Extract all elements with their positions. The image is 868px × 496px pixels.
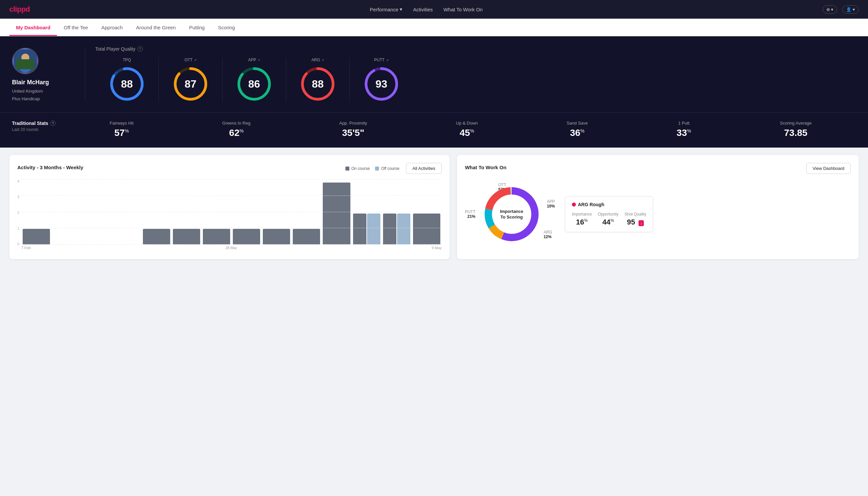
ott-value: 87 [185,78,196,90]
legend-off-course: Off course [375,166,399,171]
logo: clippd [9,5,30,14]
activity-chart-card: Activity - 3 Months - Weekly On course O… [9,155,449,259]
nav-performance[interactable]: Performance ▾ [370,6,403,12]
svg-text:To Scoring: To Scoring [500,215,523,219]
app-value: 86 [248,78,260,90]
nav-activities[interactable]: Activities [413,7,433,12]
stats-help-icon[interactable]: ? [50,121,56,126]
cards-row: Activity - 3 Months - Weekly On course O… [0,148,868,266]
donut-chart-area: OTT 57% APP 10% ARG 12% PUTT 21% [465,179,558,249]
tpq-value: 88 [121,78,133,90]
app-outer-label: APP 10% [547,199,555,208]
stat-scoring-average: Scoring Average 73.85 [780,121,812,138]
stats-items: Fairways Hit 57% Greens In Reg 62% App. … [65,121,856,138]
down-badge: ↓ [638,220,644,226]
arg-value: 88 [312,78,324,90]
quality-title: Total Player Quality ? [95,46,856,52]
info-dot [572,203,576,206]
circle-putt: PUTT ↗ 93 [350,58,413,102]
stat-app-proximity: App. Proximity 35'5" [339,121,367,138]
tab-around-the-green[interactable]: Around the Green [129,19,182,36]
putt-arrow-icon: ↗ [386,58,389,62]
stat-up-down: Up & Down 45% [456,121,478,138]
quality-circles: TPQ 88 OTT ↗ [95,58,856,102]
avatar [12,48,38,74]
circle-arg: ARG ↗ 88 [286,58,350,102]
svg-rect-3 [16,59,34,69]
user-button[interactable]: 👤 ▾ [842,5,859,14]
svg-text:Importance: Importance [500,209,523,214]
tabs-bar: My Dashboard Off the Tee Approach Around… [0,19,868,36]
donut-svg: Importance To Scoring [482,184,541,244]
app-arrow-icon: ↗ [257,58,260,62]
putt-outer-label: PUTT 21% [465,210,475,219]
player-handicap: Plus Handicap [12,96,40,101]
chart-legend: On course Off course [345,166,400,171]
stats-label-col: Traditional Stats ? Last 20 rounds [12,121,65,132]
stat-sand-save: Sand Save 36% [567,121,588,138]
arg-outer-label: ARG 12% [543,230,552,239]
arg-arrow-icon: ↗ [321,58,324,62]
legend-on-course: On course [345,166,370,171]
tab-off-the-tee[interactable]: Off the Tee [57,19,95,36]
ott-arrow-icon: ↗ [194,58,196,62]
chart-y-axis: 4 3 2 1 0 [17,179,21,252]
circle-ott: OTT ↗ 87 [159,58,222,102]
info-card: ARG Rough Importance 16% Opportunity 44% [565,196,653,232]
chart-plot-area: 7 Feb 28 Mar 9 May [21,179,442,252]
stat-1-putt: 1 Putt 33% [677,121,691,138]
what-to-work-on-card: What To Work On View Dashboard OTT 57% A… [457,155,859,259]
off-course-color [375,167,379,171]
tab-approach[interactable]: Approach [95,19,129,36]
stat-greens-in-reg: Greens In Reg 62% [222,121,251,138]
info-shot-quality: Shot Quality 95 ↓ [625,212,646,227]
circle-tpq: TPQ 88 [95,58,159,102]
nav-what-to-work-on[interactable]: What To Work On [443,7,483,12]
add-button[interactable]: ⊕ ▾ [823,5,837,14]
circle-app: APP ↗ 86 [222,58,286,102]
stats-subtitle: Last 20 rounds [12,127,65,132]
player-info: Blair McHarg United Kingdom Plus Handica… [12,48,85,101]
player-country: United Kingdom [12,89,43,94]
nav-center: Performance ▾ Activities What To Work On [370,6,483,12]
donut-section: OTT 57% APP 10% ARG 12% PUTT 21% [465,179,851,249]
quality-section: Total Player Quality ? TPQ 88 [85,46,856,102]
tab-putting[interactable]: Putting [183,19,211,36]
help-icon[interactable]: ? [138,46,143,52]
player-name: Blair McHarg [12,79,49,86]
chart-title: Activity - 3 Months - Weekly [17,165,83,170]
all-activities-button[interactable]: All Activities [406,163,442,174]
info-importance: Importance 16% [572,212,592,227]
stat-fairways-hit: Fairways Hit 57% [110,121,133,138]
on-course-color [345,167,349,171]
info-opportunity: Opportunity 44% [598,212,618,227]
wtwo-title: What To Work On [465,165,506,170]
putt-value: 93 [375,78,388,90]
tab-scoring[interactable]: Scoring [211,19,241,36]
view-dashboard-button[interactable]: View Dashboard [806,163,851,174]
stats-bar: Traditional Stats ? Last 20 rounds Fairw… [0,112,868,148]
top-nav: clippd Performance ▾ Activities What To … [0,0,868,19]
chart-x-labels: 7 Feb 28 Mar 9 May [21,245,442,250]
hero-section: Blair McHarg United Kingdom Plus Handica… [0,36,868,112]
nav-right: ⊕ ▾ 👤 ▾ [823,5,859,14]
info-stats-row: Importance 16% Opportunity 44% Shot Qual… [572,212,646,227]
chart-inner: 4 3 2 1 0 [17,179,442,252]
tab-my-dashboard[interactable]: My Dashboard [9,19,57,36]
grid-lines [21,179,442,245]
